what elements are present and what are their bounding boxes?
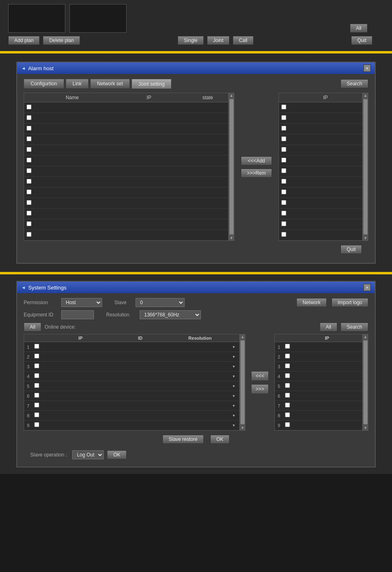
- row-checkbox[interactable]: [285, 403, 290, 407]
- row-checkbox[interactable]: [27, 179, 31, 184]
- row-checkbox[interactable]: [281, 147, 286, 152]
- delete-plan-button[interactable]: Delete plan: [43, 36, 80, 45]
- row-checkbox[interactable]: [27, 168, 31, 173]
- scroll-up-icon[interactable]: ▲: [363, 93, 368, 98]
- slave-op-ok-button[interactable]: OK: [107, 450, 126, 459]
- equipment-id-input[interactable]: 0: [61, 310, 94, 319]
- row-checkbox[interactable]: [285, 383, 290, 388]
- alarm-search-button[interactable]: Search: [341, 79, 368, 88]
- scroll-thumb[interactable]: [229, 99, 234, 234]
- row-checkbox[interactable]: [34, 393, 39, 398]
- row-checkbox[interactable]: [27, 126, 31, 131]
- row-checkbox[interactable]: [285, 354, 290, 358]
- row-checkbox[interactable]: [27, 189, 31, 194]
- permission-select[interactable]: Host: [61, 298, 102, 307]
- scroll-down-icon[interactable]: ▼: [240, 425, 245, 431]
- scroll-down-icon[interactable]: ▼: [363, 235, 368, 241]
- row-checkbox[interactable]: [285, 393, 290, 398]
- dropdown-icon[interactable]: ▼: [232, 394, 238, 398]
- dropdown-icon[interactable]: ▼: [232, 365, 238, 369]
- alarm-left-scrollbar[interactable]: ▲ ▼: [229, 93, 234, 241]
- row-checkbox[interactable]: [281, 189, 286, 194]
- row-checkbox[interactable]: [27, 158, 31, 162]
- row-checkbox[interactable]: [34, 344, 39, 349]
- row-checkbox[interactable]: [281, 136, 286, 141]
- network-button[interactable]: Network: [296, 298, 327, 307]
- tab-joint-setting[interactable]: Joint setting: [131, 79, 172, 89]
- row-checkbox[interactable]: [281, 232, 286, 237]
- all-button-top[interactable]: All: [350, 24, 368, 33]
- call-button[interactable]: Call: [233, 36, 254, 45]
- alarm-quit-button[interactable]: Quit: [341, 245, 362, 254]
- tab-configurtion[interactable]: Configurtion: [24, 79, 64, 89]
- scroll-up-icon[interactable]: ▲: [240, 334, 245, 340]
- system-add-button[interactable]: <<<: [251, 371, 269, 381]
- slave-select[interactable]: 0: [136, 298, 185, 307]
- dropdown-icon[interactable]: ▼: [232, 384, 238, 388]
- row-checkbox[interactable]: [281, 179, 286, 184]
- rem-button[interactable]: >>>Rem: [241, 169, 272, 178]
- row-checkbox[interactable]: [285, 363, 290, 368]
- row-checkbox[interactable]: [27, 232, 31, 237]
- dropdown-icon[interactable]: ▼: [232, 345, 238, 349]
- resolution-select[interactable]: 1366*768_60Hz: [140, 310, 201, 319]
- quit-button-top[interactable]: Quit: [351, 36, 372, 45]
- scroll-up-icon[interactable]: ▲: [363, 334, 368, 340]
- dropdown-icon[interactable]: ▼: [232, 355, 238, 359]
- row-checkbox[interactable]: [281, 221, 286, 226]
- scroll-down-icon[interactable]: ▼: [363, 425, 368, 431]
- system-search-button[interactable]: Search: [341, 323, 368, 332]
- system-dialog-close[interactable]: ×: [363, 284, 371, 291]
- scroll-up-icon[interactable]: ▲: [229, 93, 234, 98]
- all-button-right[interactable]: All: [320, 323, 337, 332]
- row-checkbox[interactable]: [34, 373, 39, 378]
- scroll-thumb[interactable]: [363, 341, 368, 424]
- joint-button[interactable]: Joint: [207, 36, 229, 45]
- scroll-down-icon[interactable]: ▼: [229, 235, 234, 241]
- slave-op-select[interactable]: Log Out: [72, 450, 104, 459]
- row-checkbox[interactable]: [27, 211, 31, 216]
- row-checkbox[interactable]: [281, 168, 286, 173]
- add-button[interactable]: <<<Add: [241, 156, 272, 165]
- row-checkbox[interactable]: [34, 383, 39, 388]
- row-checkbox[interactable]: [285, 344, 290, 349]
- scroll-thumb[interactable]: [363, 99, 368, 234]
- row-checkbox[interactable]: [34, 412, 39, 417]
- row-checkbox[interactable]: [27, 221, 31, 226]
- system-ok-button[interactable]: OK: [210, 435, 229, 444]
- row-checkbox[interactable]: [281, 211, 286, 216]
- dropdown-icon[interactable]: ▼: [232, 374, 238, 378]
- row-checkbox[interactable]: [27, 200, 31, 205]
- row-checkbox[interactable]: [281, 105, 286, 109]
- row-checkbox[interactable]: [281, 126, 286, 131]
- alarm-dialog-close[interactable]: ×: [363, 65, 371, 72]
- system-left-scrollbar[interactable]: ▲ ▼: [240, 334, 245, 431]
- row-checkbox[interactable]: [34, 403, 39, 407]
- tab-network-set[interactable]: Network set: [90, 79, 130, 89]
- dropdown-icon[interactable]: ▼: [232, 414, 238, 418]
- alarm-right-scrollbar[interactable]: ▲ ▼: [363, 93, 368, 241]
- row-checkbox[interactable]: [27, 115, 31, 120]
- row-checkbox[interactable]: [34, 354, 39, 358]
- row-checkbox[interactable]: [285, 373, 290, 378]
- row-checkbox[interactable]: [281, 115, 286, 120]
- row-checkbox[interactable]: [27, 105, 31, 109]
- row-checkbox[interactable]: [34, 363, 39, 368]
- row-checkbox[interactable]: [285, 422, 290, 427]
- slave-restore-button[interactable]: Slave restore: [163, 435, 204, 444]
- row-checkbox[interactable]: [34, 422, 39, 427]
- add-plan-button[interactable]: Add plan: [8, 36, 40, 45]
- scroll-thumb[interactable]: [241, 341, 245, 424]
- dropdown-icon[interactable]: ▼: [232, 404, 238, 408]
- row-checkbox[interactable]: [281, 158, 286, 162]
- row-checkbox[interactable]: [27, 136, 31, 141]
- system-rem-button[interactable]: >>>: [251, 384, 269, 394]
- row-checkbox[interactable]: [281, 200, 286, 205]
- row-checkbox[interactable]: [27, 147, 31, 152]
- system-right-scrollbar[interactable]: ▲ ▼: [363, 334, 368, 431]
- import-logo-button[interactable]: Import logo: [332, 298, 368, 307]
- single-button[interactable]: Single: [178, 36, 203, 45]
- tab-link[interactable]: Link: [66, 79, 89, 89]
- dropdown-icon[interactable]: ▼: [232, 423, 238, 427]
- all-button-left[interactable]: All: [24, 323, 41, 332]
